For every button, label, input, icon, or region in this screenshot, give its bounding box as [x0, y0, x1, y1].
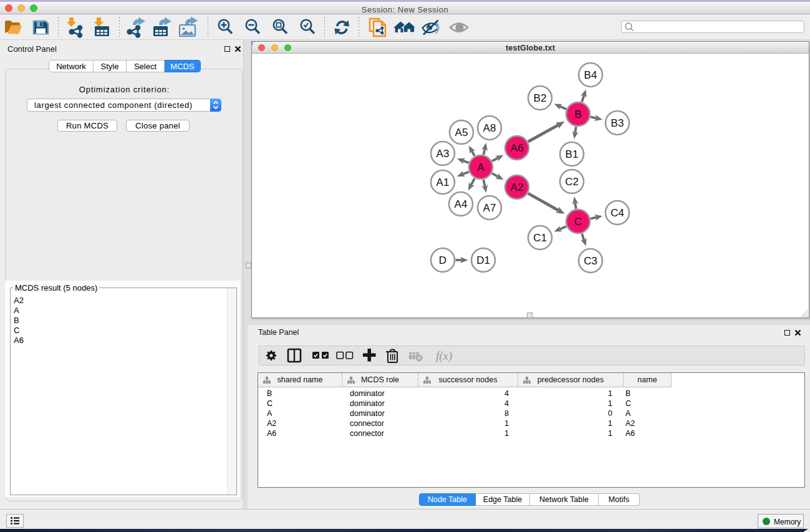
svg-text:A3: A3: [436, 148, 450, 160]
svg-text:A4: A4: [455, 198, 468, 210]
svg-text:C2: C2: [565, 176, 579, 188]
svg-text:B: B: [574, 109, 581, 120]
svg-text:A5: A5: [455, 127, 468, 138]
svg-text:C4: C4: [610, 207, 624, 219]
svg-text:A7: A7: [483, 202, 496, 214]
svg-text:C: C: [574, 216, 582, 228]
svg-text:A: A: [477, 162, 485, 173]
svg-text:f(x): f(x): [436, 349, 452, 363]
svg-text:C1: C1: [533, 232, 547, 244]
svg-text:A2: A2: [511, 181, 524, 193]
svg-text:C3: C3: [584, 255, 597, 267]
svg-text:B4: B4: [584, 69, 597, 81]
svg-text:B3: B3: [611, 117, 624, 129]
svg-text:A6: A6: [511, 142, 524, 154]
svg-text:B2: B2: [534, 92, 547, 104]
svg-text:D: D: [439, 254, 446, 266]
svg-text:D1: D1: [476, 254, 490, 266]
svg-text:A8: A8: [483, 122, 496, 134]
svg-text:A1: A1: [436, 177, 450, 188]
svg-text:B1: B1: [566, 148, 579, 160]
